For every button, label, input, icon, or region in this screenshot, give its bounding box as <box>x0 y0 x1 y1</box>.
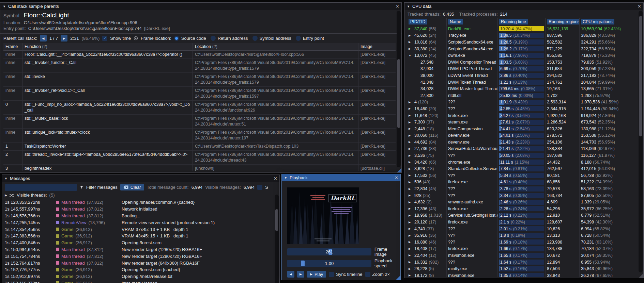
expand-icon[interactable]: ▶ <box>409 167 413 170</box>
expand-icon[interactable]: ▶ <box>409 267 413 270</box>
cpu-row[interactable]: 37,904 DWM LPC Port Thread 6.69 s(0.70%)… <box>407 66 641 72</box>
callstack-table-row[interactable]: inline std::unique_lock<std::mutex>::loc… <box>3 129 396 143</box>
collapse-arrow-icon[interactable]: ▼ <box>407 5 410 8</box>
expand-icon[interactable]: ▶ <box>409 227 413 230</box>
expand-icon[interactable]: ▶ <box>409 140 413 144</box>
col-header-function[interactable]: Function (?) <box>22 43 193 51</box>
message-row[interactable]: 1s 152,776,777ns Game (36,912) Opening /… <box>5 266 277 273</box>
cpu-row[interactable]: ▶ 35,916 (36) ??? 1.8 s(0.19%) 13,313 6,… <box>407 232 641 239</box>
close-icon[interactable]: × <box>395 175 398 181</box>
message-row[interactable]: 1s 147,354,456ns Game (36,912) VRAM 37x4… <box>5 226 277 233</box>
frame-image-slider[interactable]: 261 <box>287 248 371 255</box>
collapse-arrow-icon[interactable]: ▼ <box>3 5 6 8</box>
cpu-row[interactable]: ▶ 18,968 (1,018) ServiceHub.SettingsHost… <box>407 212 641 219</box>
callstack-table-row[interactable]: inline std::_Invoker_functor::_Call C:\P… <box>3 59 396 73</box>
cpu-row[interactable]: ▶ 4 (120) ??? 1:01.9(6.43%) 2,593,314 1,… <box>407 99 641 106</box>
expand-icon[interactable]: ▶ <box>409 221 413 224</box>
expand-icon[interactable]: ▶ <box>409 234 413 237</box>
col-header-name[interactable]: Name <box>447 18 498 26</box>
callstack-table-row[interactable]: inline std::_Invoker_ret<void,1>::_Call … <box>3 87 396 101</box>
clear-button[interactable]: Clear <box>120 184 144 190</box>
expand-icon[interactable]: ▶ <box>409 214 413 217</box>
cpu-row[interactable]: 27,800 ntdll.dll 25.93 ms(0.00%) 1,702 1… <box>407 92 641 99</box>
resize-grip[interactable] <box>396 276 400 280</box>
expand-icon[interactable]: ▶ <box>409 127 413 130</box>
callstack-table-row[interactable]: 3 beginthreadex [unknown] [ucrtbase.dll] <box>3 165 396 171</box>
collapse-arrow-icon[interactable]: ▼ <box>4 177 7 180</box>
cpu-row[interactable]: 38,000 uDWM Event Thread 3.86 s(0.40%) 2… <box>407 72 641 79</box>
cpu-row[interactable]: ▶ 7,300 (37) steam.exe 27.61 s(2.87%) 1,… <box>407 119 641 126</box>
close-icon[interactable]: × <box>638 4 641 9</box>
cpu-row[interactable]: 34,028 DWM Master Input Thread 799.64 ms… <box>407 85 641 92</box>
cpu-row[interactable]: ▶ 928 (25) ??? 3.34 s(0.35%) 163,734 87,… <box>407 192 641 199</box>
cpu-row[interactable]: ▶ 4,632 (2) vmware-authd.exe 2.46 s(0.26… <box>407 199 641 205</box>
cpu-titlebar[interactable]: ▼ CPU data × <box>404 3 643 10</box>
cpu-row[interactable]: ▶ 17,396 (43) firefox.exe 2.28 s(0.24%) … <box>407 205 641 212</box>
zoom-checkbox[interactable] <box>365 272 370 277</box>
frame-location-radio[interactable]: Return address <box>211 36 248 41</box>
cpu-row[interactable]: ▶ 11,648 (120) firefox.exe 34.27 s(3.56%… <box>407 112 641 119</box>
cpu-row[interactable]: ▶ 22,404 (12) msvsmon.exe 1.65 s(0.17%) … <box>407 252 641 259</box>
zoom-option[interactable]: Zoom 2× <box>365 272 390 277</box>
message-row[interactable]: 1s 120,353,272ns Main thread (37,812) Op… <box>5 199 277 206</box>
message-row[interactable]: 1s 151,754,784ns Main thread (37,812) Ne… <box>5 253 277 260</box>
expand-icon[interactable]: ▶ <box>409 201 413 204</box>
sync-timeline-checkbox[interactable] <box>329 272 334 277</box>
expand-icon[interactable]: ▶ <box>409 134 413 137</box>
expand-icon[interactable]: ▶ <box>409 247 413 250</box>
expand-icon[interactable]: ▶ <box>409 121 413 124</box>
callstack-table-row[interactable]: inline std::invoke C:\Program Files (x86… <box>3 73 396 87</box>
scrollbar-thumb[interactable] <box>397 59 400 128</box>
expand-icon[interactable]: ▶ <box>409 240 413 244</box>
expand-icon[interactable]: ▶ <box>409 154 413 157</box>
resize-grip[interactable] <box>397 168 401 172</box>
cpu-row[interactable]: ▶ 18,408 (17) firefox.exe 1.66 s(0.17%) … <box>407 246 641 252</box>
expand-icon[interactable]: ▶ <box>409 187 413 190</box>
prev-stack-button[interactable]: ◀ <box>40 35 47 41</box>
cpu-row[interactable]: ▶ 536 (49) firefox.exe 4.61 s(0.48%) 68,… <box>407 179 641 186</box>
scrollbar[interactable] <box>397 11 401 167</box>
scrollbar[interactable] <box>275 195 279 283</box>
resize-grip[interactable] <box>639 273 643 278</box>
col-header-pid[interactable]: PID/TID <box>407 18 447 26</box>
message-row[interactable]: 1s 147,383,566ns Game (36,912) VRAM 43x4… <box>5 233 277 239</box>
expand-icon[interactable]: ▶ <box>409 40 413 44</box>
callstack-table-row[interactable]: inline Floor::CalcLight::__l4::<lambda_5… <box>3 51 396 59</box>
message-row[interactable]: 1s 153,116,372ns Game (36,912) Intro men… <box>5 280 277 283</box>
show-callstacks-checkbox[interactable] <box>257 185 262 190</box>
callstack-table-row[interactable]: 0 std::_Func_impl_no_alloc<<lambda_5bc22… <box>3 101 396 115</box>
cpu-row[interactable]: ▶ 18,460 (20) ??? 42.85 s(4.45%) 2,344,9… <box>407 105 641 112</box>
scrollbar[interactable] <box>639 11 643 272</box>
cpu-row[interactable]: 41,348 DWM Token Thread 1.21 s(0.13%) 17… <box>407 79 641 86</box>
expand-icon[interactable]: ▶ <box>409 194 413 197</box>
visible-threads-row[interactable]: ▶ Visible threads: (5) <box>2 193 279 199</box>
expand-icon[interactable]: ▶ <box>409 47 413 50</box>
cpu-row[interactable]: ▶ 37,840 (55) DarkRL.exe 10:20.4(64.47%)… <box>407 26 641 32</box>
frame-location-radio[interactable]: Symbol address <box>252 36 291 41</box>
cpu-row[interactable]: ▶ 20,120 (17) firefox.exe 2.1 s(0.22%) 1… <box>407 219 641 226</box>
scrollbar-thumb[interactable] <box>639 16 642 136</box>
expand-icon[interactable]: ▶ <box>409 274 413 277</box>
cpu-row[interactable]: ▶ 16,332 (982) ??? 1.64 s(0.17%) 12,894 … <box>407 259 641 266</box>
col-header-image[interactable]: Image <box>358 43 396 51</box>
message-row[interactable]: 1s 152,764,817ns Main thread (37,812) Ne… <box>5 260 277 266</box>
col-header-running-time[interactable]: Running time <box>498 18 546 26</box>
message-row[interactable]: 1s 147,400,846ns Game (36,912) Opening /… <box>5 239 277 246</box>
expand-icon[interactable]: ▶ <box>409 207 413 210</box>
expand-icon[interactable]: ▶ <box>409 174 413 177</box>
expand-icon[interactable]: ▶ <box>5 194 7 197</box>
cpu-row[interactable]: ▶ 30,060 (116) devenv.exe 24.01 s(2.50%)… <box>407 132 641 139</box>
message-row[interactable]: 1s 152,912,997ns Game (36,912) Opening /… <box>5 273 277 280</box>
expand-icon[interactable]: ▶ <box>409 261 413 264</box>
cpu-row[interactable]: ▶ 3,536 (75) ??? 20.05 s(2.08%) 187,689 … <box>407 152 641 159</box>
cpu-row[interactable]: ▶ 34,420 (65) chrome.exe 11.11 s(1.15%) … <box>407 159 641 166</box>
callstack-table-row[interactable]: 2 std::thread::_Invoke<std::tuple<<lambd… <box>3 151 396 165</box>
collapse-arrow-icon[interactable]: ▼ <box>284 176 287 180</box>
cpu-row[interactable]: ▶ 17,532 (56) ??? 5.34 s(0.55%) 90,181 5… <box>407 172 641 179</box>
message-row[interactable]: 1s 145,557,997ns Main thread (37,812) Ne… <box>5 206 277 213</box>
expand-icon[interactable]: ▶ <box>409 254 413 257</box>
cpu-row[interactable]: ▶ 28,228 (5) mintty.exe 1.52 s(0.16%) 87… <box>407 265 641 272</box>
message-row[interactable]: 1s 147,255,145ns RemoteView (18,796) Rem… <box>5 219 277 226</box>
sync-timeline-option[interactable]: Sync timeline <box>329 272 362 277</box>
cpu-row[interactable]: ▶ 45,620 (24) Tracy.exe 1:39.5(10.34%) 8… <box>407 32 641 39</box>
